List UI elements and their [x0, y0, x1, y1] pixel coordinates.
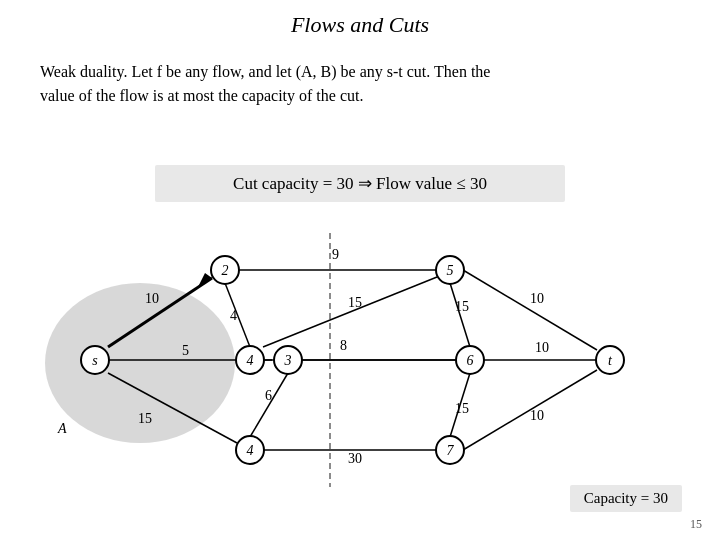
svg-text:6: 6	[265, 388, 272, 403]
graph-svg: 10 5 15 4 9 6 8 15 30 15 10 10 15 10 s 2…	[20, 215, 700, 505]
svg-text:10: 10	[530, 408, 544, 423]
paragraph-line2: value of the flow is at most the capacit…	[40, 84, 680, 108]
svg-text:4: 4	[247, 353, 254, 368]
svg-text:4: 4	[247, 443, 254, 458]
svg-line-11	[450, 283, 470, 347]
svg-text:7: 7	[447, 443, 455, 458]
svg-text:5: 5	[182, 343, 189, 358]
svg-text:10: 10	[530, 291, 544, 306]
svg-text:s: s	[92, 353, 98, 368]
paragraph-line1: Weak duality. Let f be any flow, and let…	[40, 60, 680, 84]
svg-text:4: 4	[230, 308, 237, 323]
svg-text:30: 30	[348, 451, 362, 466]
text-block: Weak duality. Let f be any flow, and let…	[40, 60, 680, 108]
svg-text:9: 9	[332, 247, 339, 262]
svg-line-12	[463, 270, 597, 350]
svg-text:6: 6	[467, 353, 474, 368]
svg-text:15: 15	[455, 299, 469, 314]
svg-text:A: A	[57, 421, 67, 436]
svg-text:3: 3	[284, 353, 292, 368]
svg-text:5: 5	[447, 263, 454, 278]
svg-text:15: 15	[455, 401, 469, 416]
title: Flows and Cuts	[0, 0, 720, 38]
svg-text:8: 8	[340, 338, 347, 353]
svg-line-10	[250, 373, 288, 437]
page-number: 15	[690, 517, 702, 532]
svg-text:10: 10	[535, 340, 549, 355]
svg-line-7	[263, 277, 437, 347]
svg-text:15: 15	[348, 295, 362, 310]
highlight-box: Cut capacity = 30 ⇒ Flow value ≤ 30	[155, 165, 565, 202]
svg-text:2: 2	[222, 263, 229, 278]
graph-area: 10 5 15 4 9 6 8 15 30 15 10 10 15 10 s 2…	[20, 215, 700, 505]
svg-text:10: 10	[145, 291, 159, 306]
svg-text:15: 15	[138, 411, 152, 426]
